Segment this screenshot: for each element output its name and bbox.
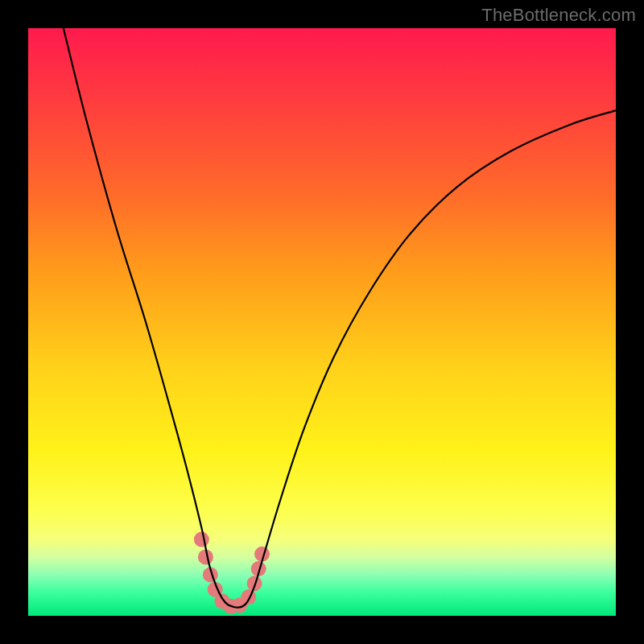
- bottleneck-curve: [64, 28, 616, 608]
- watermark-text: TheBottleneck.com: [481, 5, 636, 26]
- chart-frame: TheBottleneck.com: [0, 0, 644, 644]
- highlight-marker: [194, 532, 209, 547]
- chart-svg: [28, 28, 616, 616]
- plot-area: [28, 28, 616, 616]
- highlight-marker: [241, 589, 256, 605]
